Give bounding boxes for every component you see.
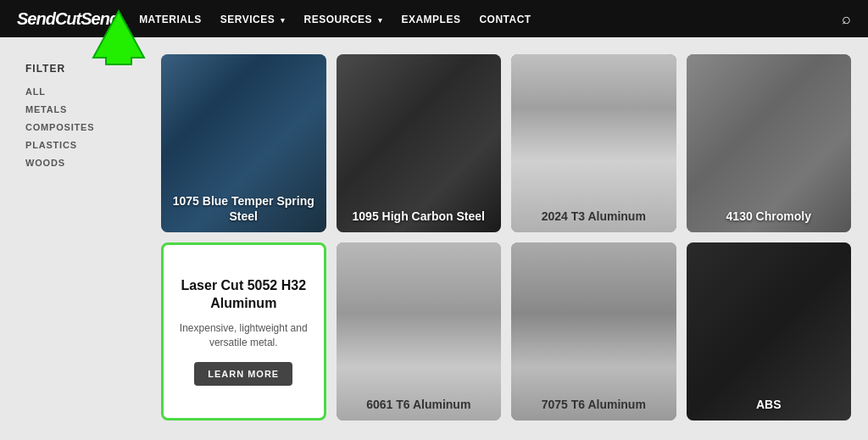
card-6061[interactable]: 6061 T6 Aluminum [337,242,502,421]
filter-plastics[interactable]: PLASTICS [25,140,144,150]
card-7075[interactable]: 7075 T6 Aluminum [511,242,676,421]
card-label-abs: ABS [687,388,852,421]
nav-links: MATERIALS SERVICES ▾ RESOURCES ▾ EXAMPLE… [139,11,531,26]
page-body: FILTER ALL METALS COMPOSITES PLASTICS WO… [0,37,868,437]
nav-materials[interactable]: MATERIALS [139,14,202,25]
nav-examples[interactable]: EXAMPLES [401,14,460,25]
highlight-desc: Inexpensive, lightweight and versatile m… [177,321,310,350]
card-label-1095: 1095 High Carbon Steel [337,200,502,232]
card-4130[interactable]: 4130 Chromoly [687,54,852,232]
filter-all[interactable]: ALL [25,86,144,97]
sidebar: FILTER ALL METALS COMPOSITES PLASTICS WO… [0,54,161,421]
filter-metals[interactable]: METALS [25,104,144,114]
card-abs[interactable]: ABS [687,242,852,421]
filter-label: FILTER [25,63,144,75]
filter-woods[interactable]: WOODS [25,158,144,168]
card-label-2024: 2024 T3 Aluminum [511,200,676,232]
card-label-4130: 4130 Chromoly [687,200,852,232]
learn-more-button[interactable]: LEARN MORE [194,362,292,386]
site-logo[interactable]: SendCutSend [17,9,119,29]
card-blue-temper[interactable]: 1075 Blue Temper Spring Steel [161,54,326,232]
card-2024[interactable]: 2024 T3 Aluminum [511,54,676,232]
nav-services[interactable]: SERVICES ▾ [220,14,286,25]
card-1095[interactable]: 1095 High Carbon Steel [337,54,502,232]
nav-contact[interactable]: CONTACT [479,14,531,25]
card-5052-highlight[interactable]: Laser Cut 5052 H32 Aluminum Inexpensive,… [161,242,326,421]
filter-composites[interactable]: COMPOSITES [25,122,144,132]
card-label-blue-temper: 1075 Blue Temper Spring Steel [161,185,326,232]
resources-chevron: ▾ [378,16,383,25]
navbar: SendCutSend MATERIALS SERVICES ▾ RESOURC… [0,0,868,37]
materials-grid: 1075 Blue Temper Spring Steel 1095 High … [161,54,851,421]
highlight-title: Laser Cut 5052 H32 Aluminum [177,277,310,313]
card-label-7075: 7075 T6 Aluminum [511,388,676,421]
card-label-6061: 6061 T6 Aluminum [337,388,502,421]
search-icon[interactable]: ⌕ [842,10,851,28]
services-chevron: ▾ [281,16,286,25]
nav-resources[interactable]: RESOURCES ▾ [304,14,383,25]
